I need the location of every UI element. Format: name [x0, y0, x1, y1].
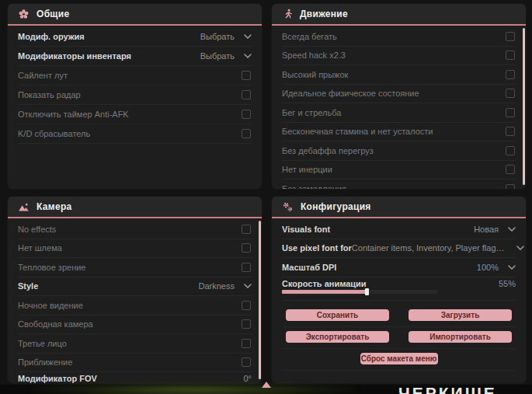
chevron-down-icon [516, 246, 524, 250]
config-button[interactable]: Импортировать [409, 331, 512, 343]
settings-list: Visuals fontНоваяUse pixel font forConta… [272, 218, 526, 301]
slider-value: 55% [499, 279, 516, 288]
gears-icon [282, 201, 294, 213]
chevron-down-icon [244, 284, 252, 288]
background-watermark: ЧЕРКИШЕ [398, 384, 497, 394]
settings-row: Бесконечная стамина и нет усталости [282, 123, 516, 142]
checkbox[interactable] [242, 339, 251, 348]
dropdown[interactable]: Новая [474, 225, 516, 234]
settings-row: Модификаторы инвентаряВыбрать [18, 47, 252, 66]
checkbox[interactable] [242, 243, 251, 253]
slider-thumb[interactable] [365, 288, 369, 295]
row-label: Ночное видение [18, 301, 83, 310]
row-label: Сайлент лут [18, 71, 68, 80]
config-button[interactable]: Загрузить [409, 309, 512, 321]
row-label: No effects [18, 225, 56, 234]
reset-button-row: Сброс макета меню [282, 349, 516, 371]
settings-row: Показать радар [18, 85, 252, 105]
button-row: СохранитьЗагрузить [282, 305, 516, 327]
checkbox[interactable] [242, 225, 251, 234]
slider-fill [282, 290, 367, 294]
checkbox[interactable] [506, 165, 515, 174]
checkbox[interactable] [506, 32, 515, 41]
panel-title: Движение [300, 9, 348, 19]
settings-list: Всегда бегатьSpeed hack x2.3Высокий прыж… [272, 26, 526, 189]
chevron-down-icon [508, 227, 516, 232]
panel-general-header: Общие [8, 4, 262, 26]
row-label: Всегда бегать [282, 32, 337, 41]
config-button-grid: СохранитьЗагрузитьЭкспортироватьИмпортир… [282, 305, 516, 349]
row-label: Бег и стрельба [282, 108, 341, 117]
checkbox[interactable] [506, 127, 515, 136]
chevron-down-icon [508, 265, 516, 270]
settings-row: Бег и стрельба [282, 103, 516, 123]
dropdown[interactable]: 100% [477, 263, 516, 272]
checkbox[interactable] [506, 89, 515, 98]
row-label: Модиф. оружия [18, 32, 85, 41]
row-label: Модификаторы инвентаря [18, 51, 131, 61]
checkbox[interactable] [242, 301, 251, 310]
dropdown-value: Выбрать [200, 32, 235, 41]
settings-row: Отключить таймер Anti-AFK [18, 105, 252, 124]
settings-list: Модиф. оружияВыбратьМодификаторы инвента… [8, 26, 262, 144]
row-label: Без замедления [282, 184, 346, 189]
row-label: Тепловое зрение [18, 263, 85, 272]
scrollbar[interactable] [259, 221, 261, 379]
row-label: Style [18, 281, 38, 291]
row-label: Visuals font [282, 225, 330, 234]
checkbox[interactable] [242, 319, 251, 329]
settings-row: Масштаб DPI100% [282, 258, 516, 277]
checkbox[interactable] [506, 146, 515, 155]
dropdown-value: Новая [474, 225, 499, 234]
settings-row: No effects [18, 220, 252, 239]
config-button[interactable]: Экспортировать [286, 331, 389, 343]
settings-row: Приближение [18, 354, 252, 373]
scrollbar[interactable] [523, 28, 525, 185]
settings-row: Нет инерции [282, 161, 516, 180]
checkbox[interactable] [242, 357, 251, 367]
panel-title: Общие [37, 9, 69, 19]
settings-row: Свободная камера [18, 316, 252, 335]
settings-row: Ночное видение [18, 296, 252, 316]
row-label: Свободная камера [18, 319, 93, 329]
dropdown[interactable]: Выбрать [200, 32, 252, 41]
checkbox[interactable] [242, 71, 251, 80]
row-label: K/D сбрасыватель [18, 129, 90, 138]
settings-row: Всегда бегать [282, 27, 516, 47]
row-label: Высокий прыжок [282, 70, 348, 79]
slider[interactable] [282, 290, 437, 294]
chevron-down-icon [244, 34, 252, 39]
dropdown[interactable]: Выбрать [200, 51, 252, 61]
dropdown-value: 100% [477, 263, 499, 272]
panel-movement: Движение Всегда бегатьSpeed hack x2.3Выс… [272, 4, 526, 189]
checkbox[interactable] [506, 184, 515, 189]
panel-camera-header: Камера [8, 197, 262, 218]
chevron-down-icon [244, 54, 252, 58]
checkbox[interactable] [242, 110, 251, 119]
checkbox[interactable] [242, 90, 251, 99]
background-green-glow [31, 385, 357, 394]
settings-row: Высокий прыжок [282, 65, 516, 85]
reset-menu-layout-button[interactable]: Сброс макета меню [360, 353, 438, 364]
settings-row: Сайлент лут [18, 66, 252, 85]
panel-config: Конфигурация Visuals fontНоваяUse pixel … [272, 197, 526, 383]
settings-row: Скорость анимации55% [282, 277, 516, 301]
button-row: ЭкспортироватьИмпортировать [282, 327, 516, 349]
checkbox[interactable] [506, 108, 515, 117]
checkbox[interactable] [506, 70, 515, 79]
row-label: Нет инерции [282, 165, 332, 174]
checkbox[interactable] [242, 263, 251, 272]
panel-title: Камера [37, 201, 72, 212]
settings-row: Нет шлема [18, 239, 252, 259]
checkbox[interactable] [242, 129, 251, 138]
config-button[interactable]: Сохранить [286, 309, 389, 321]
row-label: Показать радар [18, 90, 81, 99]
mountains-photo-icon [18, 201, 30, 213]
row-label: Use pixel font for [282, 243, 352, 253]
dropdown[interactable]: Container items, Inventory, Player flags… [352, 243, 524, 253]
checkbox[interactable] [506, 51, 515, 60]
panel-title: Конфигурация [301, 201, 371, 212]
row-label: Масштаб DPI [282, 263, 336, 272]
dropdown[interactable]: Darkness [199, 281, 252, 291]
dropdown-value: Darkness [199, 281, 235, 291]
